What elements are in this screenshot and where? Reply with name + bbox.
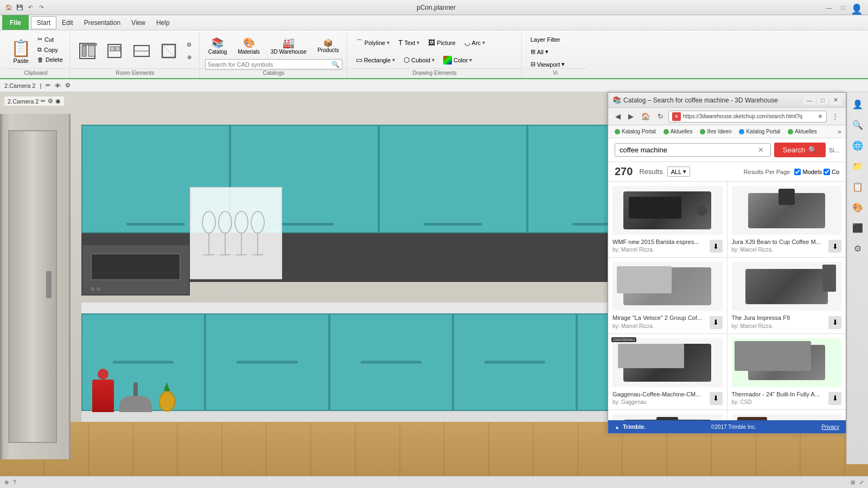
- camera-settings-icon[interactable]: ⚙: [48, 98, 53, 105]
- sidebar-layers-icon[interactable]: ⬛: [848, 218, 867, 237]
- bookmark-aktuelles-1[interactable]: Aktuelles: [661, 128, 695, 135]
- filter-dropdown[interactable]: ALL ▾: [667, 166, 691, 177]
- warehouse-search-bar[interactable]: ✕: [615, 143, 771, 157]
- address-input[interactable]: [683, 113, 815, 119]
- minimize-button[interactable]: —: [822, 2, 835, 13]
- product-card-3[interactable]: Mirage "La Veloce" 2 Group Cof... by: Ma…: [608, 258, 727, 333]
- product-download-6[interactable]: ⬇: [828, 392, 841, 405]
- status-zoom-icon[interactable]: ⊕: [4, 479, 9, 485]
- toolbar-edit-icon[interactable]: ✏: [46, 82, 50, 89]
- product-card-1[interactable]: WMF new 2015 Barista espres... by: Marce…: [608, 182, 727, 257]
- bookmark-aktuelles-2[interactable]: Aktuelles: [786, 128, 819, 135]
- bookmark-katalog-portal-1[interactable]: Katalog Portal: [612, 128, 658, 135]
- cad-search-input[interactable]: [208, 61, 331, 68]
- arc-dropdown-icon[interactable]: ▾: [482, 40, 485, 46]
- forward-button[interactable]: ▶: [626, 111, 636, 122]
- menu-file[interactable]: File: [2, 15, 29, 30]
- redo-icon[interactable]: ↷: [37, 3, 46, 12]
- co-checkbox[interactable]: [824, 169, 830, 175]
- paste-button[interactable]: 📋 Paste: [7, 35, 35, 67]
- bookmark-katalog-portal-2[interactable]: Katalog Portal: [737, 128, 782, 135]
- room-element-4-button[interactable]: [157, 39, 181, 63]
- sidebar-icon-1[interactable]: 👤: [848, 94, 867, 114]
- camera-view-icon[interactable]: ◉: [55, 98, 61, 105]
- save-icon[interactable]: 💾: [15, 3, 24, 12]
- panel-minimize-button[interactable]: —: [803, 96, 815, 105]
- back-button[interactable]: ◀: [612, 111, 623, 122]
- refresh-button[interactable]: ↻: [655, 111, 666, 122]
- edit-icon[interactable]: ✏: [41, 98, 46, 105]
- cuboid-button[interactable]: ⬡ Cuboid ▾: [400, 54, 438, 66]
- menu-edit[interactable]: Edit: [56, 17, 79, 29]
- room-expand-btn[interactable]: ⚙: [184, 39, 195, 50]
- product-card-6[interactable]: Thermador - 24" Built-In Fully A... by: …: [727, 334, 846, 409]
- menu-presentation[interactable]: Presentation: [79, 17, 126, 29]
- color-button[interactable]: Color ▾: [440, 54, 475, 66]
- product-download-3[interactable]: ⬇: [710, 316, 723, 329]
- product-download-4[interactable]: ⬇: [828, 316, 841, 329]
- maximize-button[interactable]: □: [837, 2, 850, 13]
- status-help-icon[interactable]: ?: [13, 479, 16, 485]
- menu-start[interactable]: Start: [31, 16, 56, 29]
- product-card-2[interactable]: Jura XJ9 Bean to Cup Coffee M... by: Mar…: [727, 182, 846, 257]
- product-card-7[interactable]: Coffetek Vitro X3 ESP ⬇: [608, 410, 727, 420]
- status-expand-icon[interactable]: ⤢: [859, 479, 864, 485]
- status-grid-icon[interactable]: ⊞: [851, 479, 855, 485]
- sidebar-globe-icon[interactable]: 🌐: [848, 136, 867, 155]
- settings-nav-button[interactable]: ⋮: [829, 111, 841, 122]
- room-element-3-button[interactable]: [130, 39, 154, 63]
- catalog-button[interactable]: 📚 Catalog: [205, 35, 230, 57]
- sidebar-list-icon[interactable]: 📋: [848, 177, 867, 196]
- clear-search-button[interactable]: ✕: [756, 146, 766, 154]
- cut-button[interactable]: ✂ Cut: [35, 35, 65, 44]
- warehouse-button[interactable]: 🏭 3D Warehouse: [267, 35, 310, 57]
- product-download-1[interactable]: ⬇: [710, 240, 723, 253]
- undo-icon[interactable]: ↶: [26, 3, 35, 12]
- all-dropdown-icon[interactable]: ▾: [545, 48, 548, 55]
- star-icon[interactable]: ★: [818, 113, 823, 120]
- product-download-5[interactable]: ⬇: [710, 392, 723, 405]
- product-card-4[interactable]: The Jura Impressa F9 by: Marcel Rizza. ⬇: [727, 258, 846, 333]
- polyline-button[interactable]: ⌒ Polyline ▾: [353, 36, 393, 49]
- sign-in-link[interactable]: Si...: [829, 147, 839, 153]
- panel-close-button[interactable]: ✕: [830, 95, 841, 105]
- text-button[interactable]: T Text ▾: [395, 37, 423, 48]
- home-button[interactable]: 🏠: [639, 111, 653, 122]
- menu-help[interactable]: Help: [151, 17, 175, 29]
- address-bar[interactable]: S ★: [668, 111, 827, 123]
- warehouse-search-input[interactable]: [620, 146, 756, 154]
- bookmark-expand-icon[interactable]: »: [838, 128, 841, 136]
- products-button[interactable]: 📦 Products: [314, 36, 342, 55]
- text-dropdown-icon[interactable]: ▾: [417, 40, 419, 46]
- toolbar-settings-icon[interactable]: ⚙: [65, 82, 71, 89]
- sidebar-color-icon[interactable]: 🎨: [848, 197, 867, 217]
- bookmark-ihre-ideen[interactable]: Ihre Ideen: [698, 128, 733, 135]
- sidebar-settings-icon[interactable]: ⚙: [848, 239, 867, 258]
- warehouse-search-button[interactable]: Search 🔍: [774, 143, 826, 157]
- toolbar-eye-icon[interactable]: 👁: [55, 82, 61, 89]
- arc-button[interactable]: ◡ Arc ▾: [461, 37, 489, 48]
- sidebar-search-icon[interactable]: 🔍: [848, 115, 867, 134]
- layer-filter-button[interactable]: Layer Filter: [527, 35, 584, 44]
- privacy-link[interactable]: Privacy: [821, 424, 839, 430]
- product-card-8[interactable]: Flavia Barista Machine & Capsu... ⬇: [727, 410, 846, 420]
- cuboid-dropdown-icon[interactable]: ▾: [432, 57, 435, 63]
- color-dropdown-icon[interactable]: ▾: [469, 57, 472, 63]
- cad-search-icon[interactable]: 🔍: [331, 61, 340, 68]
- room-element-1-button[interactable]: [75, 39, 99, 63]
- viewport-dropdown-icon[interactable]: ▾: [561, 61, 565, 68]
- rectangle-button[interactable]: ▭ Rectangle ▾: [353, 54, 399, 66]
- delete-button[interactable]: 🗑 Delete: [35, 55, 65, 64]
- picture-button[interactable]: 🖼 Picture: [425, 37, 458, 48]
- models-checkbox[interactable]: [794, 169, 801, 175]
- all-layers-button[interactable]: ⊞ All ▾: [527, 47, 584, 57]
- product-card-5[interactable]: GAGGENAU Gaggenau-Coffee-Machine-CM... b…: [608, 334, 727, 409]
- room-settings-btn[interactable]: ⊕: [184, 52, 195, 63]
- polyline-dropdown-icon[interactable]: ▾: [387, 40, 390, 46]
- room-element-2-button[interactable]: [103, 39, 126, 63]
- menu-view[interactable]: View: [126, 17, 151, 29]
- product-download-2[interactable]: ⬇: [828, 240, 841, 253]
- copy-button[interactable]: ⧉ Copy: [35, 45, 65, 54]
- sidebar-folder-icon[interactable]: 📁: [848, 156, 867, 176]
- rectangle-dropdown-icon[interactable]: ▾: [392, 57, 395, 63]
